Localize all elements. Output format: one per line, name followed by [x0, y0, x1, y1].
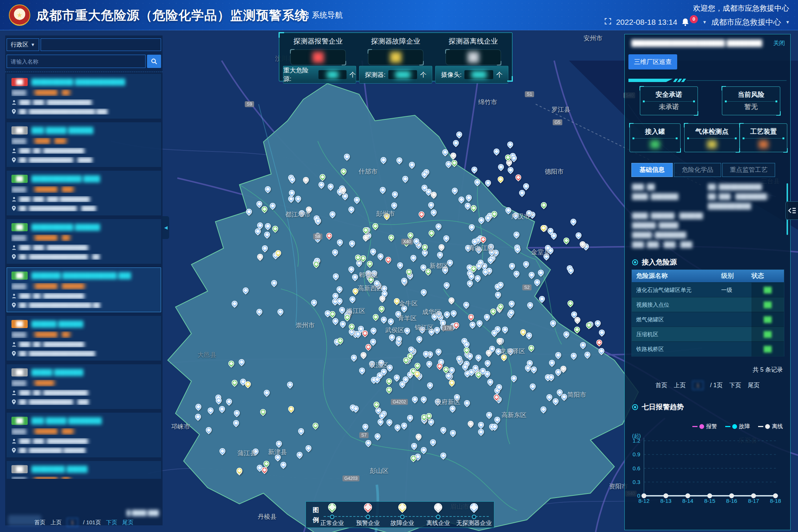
map-pin[interactable]	[395, 156, 404, 165]
pagination-prev[interactable]: 上页	[51, 519, 62, 526]
hz-page-number-input[interactable]	[692, 381, 703, 390]
map-pin[interactable]	[376, 252, 385, 260]
map-pin[interactable]	[462, 301, 471, 309]
pagination-last[interactable]: 尾页	[122, 519, 133, 526]
map-pin[interactable]	[218, 447, 227, 455]
map-pin[interactable]	[540, 201, 548, 209]
map-pin[interactable]	[331, 272, 340, 281]
map-pin[interactable]	[372, 313, 380, 321]
hazard-table-row[interactable]: 液化石油气储罐区单元一级██	[632, 282, 784, 297]
map-pin[interactable]	[483, 313, 491, 321]
map-pin[interactable]	[436, 251, 444, 259]
map-pin[interactable]	[439, 451, 448, 460]
map-pin[interactable]	[485, 411, 493, 419]
district-filter-dropdown[interactable]: 行政区 ▼	[7, 38, 39, 51]
map-pin[interactable]	[463, 399, 471, 407]
map-pin[interactable]	[302, 176, 310, 184]
search-input[interactable]	[7, 55, 146, 68]
hazard-table-row[interactable]: 压缩机区██	[632, 327, 784, 341]
map-pin[interactable]	[409, 254, 418, 262]
map-pin[interactable]	[255, 308, 264, 316]
map-pin[interactable]	[276, 308, 285, 316]
map-pin[interactable]	[595, 338, 603, 347]
map-pin[interactable]	[421, 243, 429, 252]
company-list-item[interactable]: █████████ █████████████ ███████:【██████ …	[7, 267, 161, 312]
map-pin[interactable]	[514, 173, 522, 182]
map-pin[interactable]	[296, 450, 304, 459]
map-pin[interactable]	[335, 285, 344, 294]
map-pin[interactable]	[396, 261, 405, 270]
tab-危险化学品[interactable]: 危险化学品	[674, 163, 721, 177]
map-pin[interactable]	[415, 433, 423, 441]
close-panel-link[interactable]: 关闭	[773, 40, 785, 47]
map-pin[interactable]	[207, 406, 215, 415]
map-pin[interactable]	[387, 233, 396, 242]
map-pin[interactable]	[340, 167, 348, 176]
map-pin[interactable]	[347, 205, 356, 214]
map-pin[interactable]	[232, 419, 241, 427]
map-pin[interactable]	[594, 319, 602, 328]
pagination-next[interactable]: 下页	[106, 519, 117, 526]
map-pin[interactable]	[530, 365, 538, 374]
map-pin[interactable]	[512, 270, 521, 278]
map-pin[interactable]	[336, 238, 344, 247]
map-pin[interactable]	[271, 225, 280, 233]
map-pin[interactable]	[573, 325, 581, 334]
map-pin[interactable]	[494, 290, 502, 299]
map-pin[interactable]	[466, 279, 474, 287]
map-pin[interactable]	[379, 156, 388, 164]
map-pin[interactable]	[264, 222, 272, 231]
map-pin[interactable]	[425, 360, 434, 368]
3d-plant-patrol-button[interactable]: 三维厂区巡查	[628, 54, 677, 69]
map-pin[interactable]	[598, 328, 606, 337]
map-pin[interactable]	[512, 231, 521, 239]
map-pin[interactable]	[318, 173, 327, 181]
map-pin[interactable]	[539, 405, 548, 414]
map-pin[interactable]	[350, 354, 358, 362]
map-pin[interactable]	[269, 201, 277, 210]
company-list-item[interactable]: ████████ ██████████:【██████ - ██】███: ██…	[7, 316, 161, 361]
map-pin[interactable]	[449, 429, 457, 437]
map-pin[interactable]	[569, 217, 578, 226]
map-pin[interactable]	[339, 320, 347, 328]
map-pin[interactable]	[331, 317, 340, 325]
map-pin[interactable]	[351, 273, 359, 282]
map-pin[interactable]	[387, 317, 395, 325]
map-pin[interactable]	[261, 244, 269, 253]
map-pin[interactable]	[484, 359, 492, 368]
map-pin[interactable]	[238, 358, 246, 366]
map-pin[interactable]	[475, 319, 484, 328]
map-pin[interactable]	[304, 444, 313, 452]
map-pin[interactable]	[443, 310, 451, 319]
hazard-table-row[interactable]: 燃气储罐区██	[632, 312, 784, 327]
map-pin[interactable]	[522, 260, 530, 268]
map-pin[interactable]	[245, 207, 253, 216]
system-nav-button[interactable]: 系统导航	[302, 0, 343, 30]
map-pin[interactable]	[263, 389, 271, 397]
map-pin[interactable]	[426, 381, 434, 390]
district-select-box[interactable]	[41, 38, 161, 51]
map-pin[interactable]	[497, 163, 505, 171]
map-pin[interactable]	[548, 359, 556, 367]
map-pin[interactable]	[470, 204, 478, 212]
map-pin[interactable]	[508, 300, 516, 308]
map-pin[interactable]	[270, 279, 279, 287]
map-pin[interactable]	[574, 231, 583, 240]
map-pin[interactable]	[410, 442, 419, 450]
map-pin[interactable]	[279, 461, 288, 469]
tab-重点监管工艺[interactable]: 重点监管工艺	[722, 163, 775, 177]
map-pin[interactable]	[457, 195, 466, 204]
map-pin[interactable]	[518, 188, 526, 197]
map-pin[interactable]	[450, 187, 459, 195]
company-list-item[interactable]: ███████ ███████████:【█████】███: ██ (████…	[7, 364, 161, 409]
hazard-table-row[interactable]: 视频接入点位██	[632, 297, 784, 312]
map-pin[interactable]	[506, 166, 515, 174]
map-pin[interactable]	[371, 222, 380, 231]
map-pin[interactable]	[385, 377, 393, 386]
map-pin[interactable]	[406, 413, 415, 422]
map-pin[interactable]	[508, 262, 516, 270]
map-pin[interactable]	[434, 348, 443, 356]
map-pin[interactable]	[235, 467, 244, 475]
company-list-item[interactable]: █████ █████ ██████████:【████ - ███】███: …	[7, 122, 161, 167]
map-pin[interactable]	[427, 229, 436, 238]
